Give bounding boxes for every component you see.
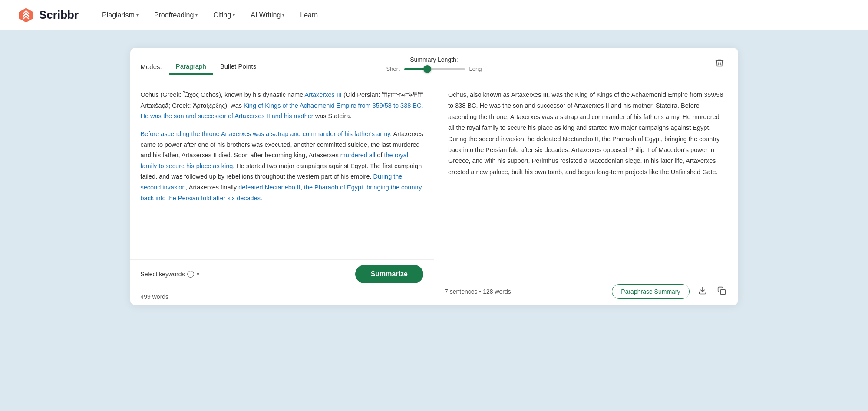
tool-panel: Modes: Paragraph Bullet Points Summary L… — [130, 48, 738, 305]
nav-label-ai-writing: AI Writing — [251, 11, 281, 19]
left-panel: Ochus (Greek: Ὦχος Ochos), known by his … — [130, 79, 435, 305]
nav-label-citing: Citing — [213, 11, 231, 19]
trash-icon — [715, 58, 724, 68]
link-murdered-all: murdered all — [340, 152, 376, 159]
logo[interactable]: Scribbr — [17, 7, 79, 24]
chevron-icon-plagiarism: ▾ — [136, 13, 139, 17]
summary-length-slider[interactable] — [404, 68, 465, 70]
word-count-area: 499 words — [130, 288, 434, 305]
input-text-area[interactable]: Ochus (Greek: Ὦχος Ochos), known by his … — [130, 79, 434, 259]
clear-button[interactable] — [711, 55, 728, 73]
word-count: 499 words — [141, 293, 169, 300]
nav-label-learn: Learn — [300, 11, 318, 19]
right-panel: Ochus, also known as Artaxerxes III, was… — [434, 79, 738, 305]
download-icon — [698, 286, 707, 295]
slider-row: Short Long — [386, 66, 482, 72]
chevron-icon-proofreading: ▾ — [195, 13, 198, 17]
keywords-chevron-icon: ▾ — [197, 271, 199, 277]
copy-icon — [717, 286, 726, 295]
input-paragraph-1: Ochus (Greek: Ὦχος Ochos), known by his … — [141, 89, 424, 122]
nav-item-ai-writing[interactable]: AI Writing ▾ — [244, 8, 290, 23]
link-satrap: Before ascending the throne Artaxerxes w… — [141, 130, 392, 137]
output-bottom-bar: 7 sentences • 128 words Paraphrase Summa… — [434, 278, 738, 305]
main-nav: Plagiarism ▾ Proofreading ▾ Citing ▾ AI … — [96, 8, 324, 23]
slider-thumb[interactable] — [423, 65, 431, 73]
summary-length-control: Summary Length: Short Long — [386, 56, 482, 77]
summary-length-label: Summary Length: — [410, 56, 458, 63]
select-keywords-label: Select keywords — [141, 271, 185, 278]
paraphrase-summary-button[interactable]: Paraphrase Summary — [612, 284, 689, 299]
input-bottom-bar: Select keywords i ▾ Summarize — [130, 259, 434, 288]
logo-text: Scribbr — [39, 8, 79, 22]
nav-label-proofreading: Proofreading — [154, 11, 194, 19]
chevron-icon-citing: ▾ — [233, 13, 235, 17]
link-king-of-kings: King of Kings of the Achaemenid Empire f… — [141, 102, 423, 120]
select-keywords-row[interactable]: Select keywords i ▾ — [141, 271, 200, 278]
svg-rect-11 — [720, 289, 725, 294]
tab-paragraph[interactable]: Paragraph — [169, 59, 213, 75]
chevron-icon-ai-writing: ▾ — [282, 13, 284, 17]
tab-bullet-points[interactable]: Bullet Points — [213, 59, 263, 75]
header: Scribbr Plagiarism ▾ Proofreading ▾ Citi… — [0, 0, 868, 30]
content-area: Ochus (Greek: Ὦχος Ochos), known by his … — [130, 79, 738, 305]
nav-item-proofreading[interactable]: Proofreading ▾ — [148, 8, 204, 23]
main-content: Modes: Paragraph Bullet Points Summary L… — [0, 30, 868, 411]
nav-label-plagiarism: Plagiarism — [102, 11, 135, 19]
nav-item-citing[interactable]: Citing ▾ — [207, 8, 241, 23]
copy-button[interactable] — [716, 285, 728, 299]
download-button[interactable] — [696, 285, 709, 299]
info-icon[interactable]: i — [187, 271, 194, 278]
toolbar: Modes: Paragraph Bullet Points Summary L… — [130, 48, 738, 79]
link-artaxerxes-iii: Artaxerxes III — [304, 91, 341, 98]
short-label: Short — [386, 66, 400, 72]
nav-item-plagiarism[interactable]: Plagiarism ▾ — [96, 8, 145, 23]
stats-text: 7 sentences • 128 words — [445, 288, 511, 295]
summary-text-area: Ochus, also known as Artaxerxes III, was… — [434, 79, 738, 278]
long-label: Long — [469, 66, 482, 72]
input-paragraph-2: Before ascending the throne Artaxerxes w… — [141, 129, 424, 203]
summarize-button[interactable]: Summarize — [355, 265, 423, 283]
nav-item-learn[interactable]: Learn — [294, 8, 324, 23]
logo-icon — [17, 7, 35, 24]
modes-label: Modes: — [141, 63, 162, 70]
